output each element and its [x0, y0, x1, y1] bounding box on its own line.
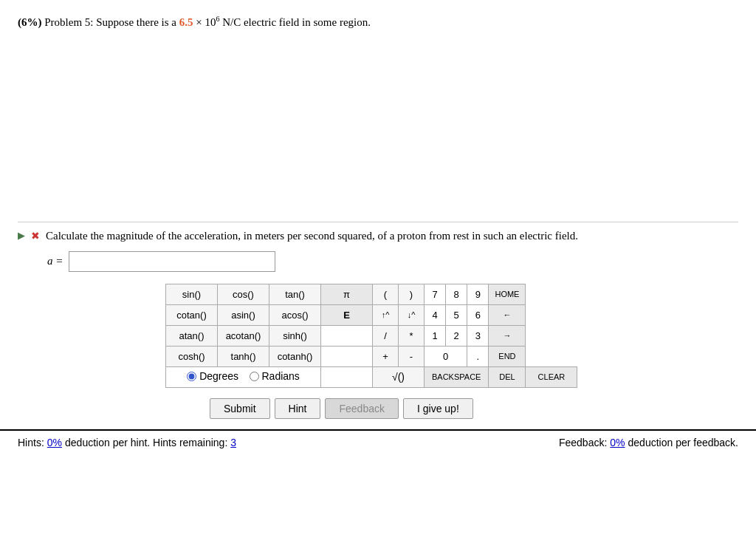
- problem-text-before: Suppose there is a: [96, 16, 179, 28]
- radians-radio[interactable]: [250, 372, 259, 381]
- submit-button[interactable]: Submit: [210, 398, 270, 419]
- calc-row-4: cosh() tanh() cotanh() + - 0 . END: [166, 346, 577, 366]
- answer-row: a =: [47, 251, 738, 272]
- radians-label: Radians: [262, 370, 300, 382]
- feedback-pct[interactable]: 0%: [610, 437, 625, 448]
- problem-weight: (6%): [18, 16, 42, 28]
- num1-btn[interactable]: 1: [425, 325, 446, 346]
- question-row: ▶ ✖ Calculate the magnitude of the accel…: [18, 230, 738, 242]
- cos-btn[interactable]: cos(): [218, 284, 269, 304]
- hints-label: Hints:: [18, 437, 44, 448]
- degrees-label: Degrees: [199, 370, 238, 382]
- question-text: Calculate the magnitude of the accelerat…: [46, 230, 578, 242]
- calc-row-2: cotan() asin() acos() E ↑^ ↓^ 4 5 6 ←: [166, 304, 577, 325]
- empty-cell-2: [321, 346, 373, 366]
- backspace-btn[interactable]: BACKSPACE: [425, 366, 489, 387]
- num3-btn[interactable]: 3: [467, 325, 489, 346]
- answer-label: a =: [47, 255, 63, 267]
- divide-btn[interactable]: /: [373, 325, 399, 346]
- up-arrow-btn[interactable]: ↑^: [373, 304, 399, 325]
- calculator: sin() cos() tan() π ( ) 7 8 9 HOME cotan…: [165, 284, 738, 388]
- hints-footer: Hints: 0% deduction per hint. Hints rema…: [18, 437, 236, 448]
- end-btn[interactable]: END: [489, 346, 526, 366]
- asin-btn[interactable]: asin(): [218, 304, 269, 325]
- num9-btn[interactable]: 9: [467, 284, 489, 304]
- action-buttons: Submit Hint Feedback I give up!: [210, 398, 738, 419]
- answer-input[interactable]: [69, 251, 275, 272]
- footer: Hints: 0% deduction per hint. Hints rema…: [0, 429, 756, 454]
- acos-btn[interactable]: acos(): [269, 304, 321, 325]
- problem-text-after: N/C electric field in some region.: [219, 16, 371, 28]
- down-arrow-btn[interactable]: ↓^: [399, 304, 425, 325]
- calc-row-1: sin() cos() tan() π ( ) 7 8 9 HOME: [166, 284, 577, 304]
- num4-btn[interactable]: 4: [425, 304, 446, 325]
- main-container: (6%) Problem 5: Suppose there is a 6.5 ×…: [0, 0, 756, 419]
- incorrect-icon: ✖: [31, 230, 40, 242]
- feedback-button[interactable]: Feedback: [325, 398, 398, 419]
- expand-icon[interactable]: ▶: [18, 230, 25, 242]
- feedback-text: deduction per feedback.: [628, 437, 738, 448]
- cotanh-btn[interactable]: cotanh(): [269, 346, 321, 366]
- tan-btn[interactable]: tan(): [269, 284, 321, 304]
- sin-btn[interactable]: sin(): [166, 284, 218, 304]
- num7-btn[interactable]: 7: [425, 284, 446, 304]
- sqrt-btn[interactable]: √(): [373, 366, 425, 387]
- radians-radio-label[interactable]: Radians: [250, 370, 300, 382]
- plus-btn[interactable]: +: [373, 346, 399, 366]
- give-up-button[interactable]: I give up!: [403, 398, 473, 419]
- spacer: [18, 37, 738, 222]
- num5-btn[interactable]: 5: [446, 304, 467, 325]
- empty-cell-1: [321, 325, 373, 346]
- degrees-radio-label[interactable]: Degrees: [187, 370, 238, 382]
- fwd-arrow-btn[interactable]: →: [489, 325, 526, 346]
- degrees-radians-cell: Degrees Radians: [166, 366, 321, 387]
- problem-title: (6%) Problem 5: Suppose there is a 6.5 ×…: [18, 13, 738, 31]
- clear-btn[interactable]: CLEAR: [526, 366, 577, 387]
- empty-cell-3: [321, 366, 373, 387]
- decimal-btn[interactable]: .: [467, 346, 489, 366]
- feedback-footer: Feedback: 0% deduction per feedback.: [559, 437, 738, 448]
- problem-number: Problem 5:: [44, 16, 93, 28]
- pi-btn[interactable]: π: [321, 284, 373, 304]
- problem-text-middle: × 10: [193, 16, 216, 28]
- tanh-btn[interactable]: tanh(): [218, 346, 269, 366]
- cotan-btn[interactable]: cotan(): [166, 304, 218, 325]
- calc-table: sin() cos() tan() π ( ) 7 8 9 HOME cotan…: [165, 284, 577, 388]
- home-btn[interactable]: HOME: [489, 284, 526, 304]
- acotan-btn[interactable]: acotan(): [218, 325, 269, 346]
- cosh-btn[interactable]: cosh(): [166, 346, 218, 366]
- num0-btn[interactable]: 0: [425, 346, 467, 366]
- multiply-btn[interactable]: *: [399, 325, 425, 346]
- lparen-btn[interactable]: (: [373, 284, 399, 304]
- back-arrow-btn[interactable]: ←: [489, 304, 526, 325]
- e-btn[interactable]: E: [321, 304, 373, 325]
- hint-button[interactable]: Hint: [275, 398, 321, 419]
- num6-btn[interactable]: 6: [467, 304, 489, 325]
- hints-pct[interactable]: 0%: [47, 437, 62, 448]
- sinh-btn[interactable]: sinh(): [269, 325, 321, 346]
- feedback-label: Feedback:: [559, 437, 607, 448]
- degrees-radio[interactable]: [187, 372, 196, 381]
- hints-text: deduction per hint. Hints remaining:: [65, 437, 227, 448]
- minus-btn[interactable]: -: [399, 346, 425, 366]
- calc-row-3: atan() acotan() sinh() / * 1 2 3 →: [166, 325, 577, 346]
- atan-btn[interactable]: atan(): [166, 325, 218, 346]
- calc-row-5: Degrees Radians √() BACKSPACE DEL CLEAR: [166, 366, 577, 387]
- section-divider: [18, 222, 738, 222]
- del-btn[interactable]: DEL: [489, 366, 526, 387]
- hints-remaining[interactable]: 3: [230, 437, 236, 448]
- num8-btn[interactable]: 8: [446, 284, 467, 304]
- problem-value: 6.5: [179, 16, 193, 28]
- rparen-btn[interactable]: ): [399, 284, 425, 304]
- num2-btn[interactable]: 2: [446, 325, 467, 346]
